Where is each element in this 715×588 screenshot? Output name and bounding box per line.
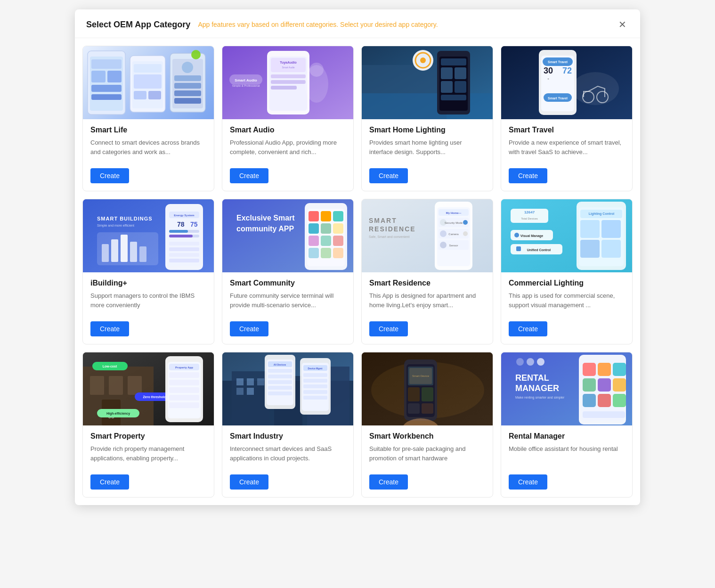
svg-rect-142 [109,376,123,395]
card-image-smart-residence: SMART RESIDENCE Safe, Smart and convenie… [362,199,493,272]
svg-rect-187 [303,390,327,394]
svg-rect-143 [128,376,142,395]
card-smart-travel: Smart Travel 30 ° 72 Smart Travel [501,46,633,191]
modal-header: Select OEM App Category App features var… [75,9,640,38]
card-title-rental: Rental Manager [509,432,625,441]
svg-text:Smart Travel: Smart Travel [548,97,568,100]
svg-text:Security Mode: Security Mode [445,221,463,224]
svg-rect-68 [121,235,128,262]
card-smart-property: 68 Low-cost Zero threshold High-efficien… [82,352,214,498]
card-title-commercial: Commercial Lighting [509,279,625,287]
svg-rect-100 [321,248,331,258]
close-button[interactable]: ✕ [616,18,629,31]
svg-rect-156 [169,372,199,378]
create-btn-smart-travel[interactable]: Create [509,168,547,183]
svg-rect-84 [169,259,199,262]
svg-text:78: 78 [177,220,185,228]
svg-text:Smart Device: Smart Device [412,375,430,377]
svg-rect-218 [613,394,626,407]
create-btn-commercial[interactable]: Create [509,321,547,336]
svg-text:Smart Audio: Smart Audio [235,78,257,82]
svg-text:RESIDENCE: RESIDENCE [369,225,416,233]
svg-text:TuyaAudio: TuyaAudio [280,61,297,65]
svg-rect-176 [268,375,292,378]
card-body-smart-community: Smart Community Future community service… [222,272,353,344]
svg-point-59 [572,72,619,105]
svg-text:Total Devices: Total Devices [521,217,538,220]
card-title-smart-industry: Smart Industry [230,432,346,441]
create-btn-ibuilding[interactable]: Create [90,321,129,336]
svg-rect-92 [333,211,343,221]
svg-text:°: ° [547,78,549,82]
svg-point-204 [537,358,544,366]
svg-text:High-efficiency: High-efficiency [106,412,130,416]
svg-rect-17 [174,83,201,89]
create-btn-smart-audio[interactable]: Create [230,168,268,183]
card-body-smart-residence: Smart Residence This App is designed for… [362,272,493,344]
card-desc-smart-community: Future community service terminal will p… [230,291,346,316]
svg-rect-9 [134,64,162,73]
svg-text:Exclusive Smart: Exclusive Smart [236,214,295,222]
modal-container: Select OEM App Category App features var… [75,9,640,505]
create-btn-rental[interactable]: Create [509,474,547,490]
svg-rect-211 [598,363,611,376]
card-smart-life: Smart Life Connect to smart devices acro… [82,46,214,191]
create-btn-smart-life[interactable]: Create [90,168,129,183]
svg-rect-141 [90,376,104,395]
card-body-rental: Rental Manager Mobile office assistant f… [501,425,632,497]
svg-text:Simple & Professional: Simple & Professional [232,84,260,87]
create-btn-smart-industry[interactable]: Create [230,474,268,490]
svg-rect-5 [91,85,122,92]
svg-rect-212 [613,363,626,376]
svg-rect-90 [309,211,319,221]
svg-text:Zero threshold: Zero threshold [143,395,166,399]
svg-text:Property App: Property App [175,366,193,369]
svg-rect-179 [268,392,292,395]
svg-text:Simple and more efficient: Simple and more efficient [97,224,134,228]
svg-text:Safe, Smart and convenient: Safe, Smart and convenient [369,235,409,238]
svg-text:SMART BUILDINGS: SMART BUILDINGS [97,216,153,221]
svg-rect-83 [169,253,199,257]
svg-text:SMART: SMART [369,217,397,224]
card-image-smart-life [83,46,214,119]
card-title-smart-travel: Smart Travel [509,126,625,134]
card-title-ibuilding: iBuilding+ [90,279,206,287]
svg-rect-157 [169,380,199,385]
create-btn-smart-home[interactable]: Create [369,168,408,183]
svg-point-20 [191,50,201,59]
svg-point-117 [440,242,447,248]
svg-rect-194 [408,387,420,401]
svg-rect-184 [303,373,327,377]
card-body-smart-home: Smart Home Lighting Provides smart home … [362,119,493,191]
card-body-smart-property: Smart Property Provide rich property man… [83,425,214,497]
svg-point-126 [514,233,519,237]
create-btn-smart-community[interactable]: Create [230,321,268,336]
svg-rect-11 [134,91,146,99]
svg-rect-160 [169,402,199,408]
card-title-smart-life: Smart Life [90,126,206,134]
card-body-commercial: Commercial Lighting This app is used for… [501,272,632,344]
card-ibuilding: SMART BUILDINGS Simple and more efficien… [82,199,214,344]
svg-rect-177 [268,380,292,384]
card-desc-ibuilding: Support managers to control the IBMS mor… [90,291,206,316]
svg-text:Smart Audio: Smart Audio [282,66,294,69]
svg-rect-96 [309,236,319,246]
card-smart-residence: SMART RESIDENCE Safe, Smart and convenie… [361,199,493,344]
svg-text:RENTAL: RENTAL [515,373,549,383]
create-btn-smart-residence[interactable]: Create [369,321,408,336]
svg-text:Sensor: Sensor [449,244,458,247]
svg-rect-95 [333,223,343,234]
svg-rect-19 [174,98,201,104]
create-btn-smart-workbench[interactable]: Create [369,474,408,490]
card-image-smart-travel: Smart Travel 30 ° 72 Smart Travel [501,46,632,119]
card-smart-workbench: Smart Device Smart Workbench Suitable fo… [361,352,493,498]
svg-text:community APP: community APP [236,225,294,233]
svg-rect-219 [583,411,625,418]
card-body-smart-life: Smart Life Connect to smart devices acro… [83,119,214,191]
svg-rect-175 [268,369,292,373]
svg-text:30: 30 [544,66,553,75]
svg-text:Make renting smarter and simpl: Make renting smarter and simpler [515,396,565,400]
svg-text:Lighting Control: Lighting Control [589,212,614,216]
create-btn-smart-property[interactable]: Create [90,474,129,490]
svg-rect-37 [362,93,493,119]
